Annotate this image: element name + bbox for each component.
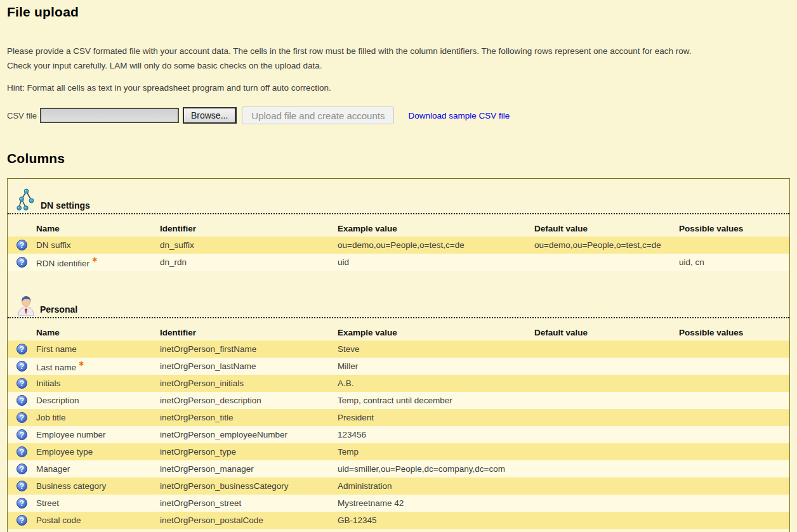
column-default	[534, 495, 679, 512]
column-example: Administration	[338, 477, 534, 495]
section-header: DN settings	[8, 179, 789, 214]
help-icon[interactable]: ?	[16, 361, 27, 372]
columns-table: Name Identifier Example value Default va…	[8, 214, 789, 271]
column-example: Steve	[338, 341, 534, 358]
column-name: RDN identifier	[36, 258, 89, 268]
header-name: Name	[36, 318, 160, 341]
column-name: Job title	[36, 413, 66, 422]
column-example: 123456	[338, 426, 534, 443]
column-example: President	[338, 409, 534, 426]
column-possible	[679, 375, 789, 392]
header-default-value: Default value	[534, 214, 679, 237]
column-name: Manager	[36, 464, 70, 474]
table-row: ? Last name✱ inetOrgPerson_lastName Mill…	[8, 358, 789, 375]
column-name: Street	[36, 498, 59, 508]
columns-table: Name Identifier Example value Default va…	[8, 318, 789, 529]
help-icon[interactable]: ?	[16, 481, 27, 491]
column-default	[534, 477, 679, 495]
section-icon-holder	[16, 188, 36, 212]
column-identifier: inetOrgPerson_lastName	[160, 358, 338, 375]
column-default	[534, 375, 679, 392]
section-header: Personal	[8, 271, 789, 318]
help-icon[interactable]: ?	[16, 498, 27, 509]
csv-upload-row: CSV file Browse... Upload file and creat…	[7, 106, 790, 125]
column-identifier: inetOrgPerson_street	[160, 495, 338, 512]
column-example: Miller	[338, 358, 534, 375]
table-header-row: Name Identifier Example value Default va…	[8, 214, 789, 237]
column-identifier: inetOrgPerson_postalCode	[160, 512, 338, 529]
columns-box: DN settings Name Identifier Example valu…	[7, 178, 790, 532]
column-example: A.B.	[338, 375, 534, 392]
column-name: Employee type	[36, 447, 93, 457]
column-name: Last name	[36, 362, 76, 372]
intro-line-2: Check your input carefully. LAM will onl…	[7, 58, 790, 73]
required-marker: ✱	[92, 256, 97, 263]
column-name: Business category	[36, 481, 106, 491]
column-possible	[679, 341, 789, 358]
help-icon[interactable]: ?	[16, 344, 27, 354]
help-icon[interactable]: ?	[16, 429, 27, 440]
table-row: ? Street inetOrgPerson_street Mystreetna…	[8, 495, 789, 512]
column-identifier: dn_suffix	[160, 237, 338, 254]
column-default	[534, 341, 679, 358]
column-default	[534, 443, 679, 460]
section-title: Personal	[40, 304, 77, 316]
header-spacer	[8, 214, 36, 237]
column-possible	[679, 477, 789, 495]
table-row: ? Description inetOrgPerson_description …	[8, 392, 789, 409]
table-row: ? Employee type inetOrgPerson_type Temp	[8, 443, 789, 460]
help-icon[interactable]: ?	[16, 515, 27, 526]
intro-text: Please provide a CSV formated file with …	[7, 44, 790, 73]
column-default	[534, 358, 679, 375]
table-row: ? First name inetOrgPerson_firstName Ste…	[8, 341, 789, 358]
help-icon[interactable]: ?	[16, 240, 27, 250]
table-header-row: Name Identifier Example value Default va…	[8, 318, 789, 341]
browse-button[interactable]: Browse...	[183, 107, 237, 124]
column-possible	[679, 426, 789, 443]
header-spacer	[8, 318, 36, 341]
column-possible	[679, 237, 789, 254]
column-identifier: inetOrgPerson_title	[160, 409, 338, 426]
table-row: ? Business category inetOrgPerson_busine…	[8, 477, 789, 495]
download-sample-link[interactable]: Download sample CSV file	[408, 111, 510, 120]
help-icon[interactable]: ?	[16, 464, 27, 474]
help-icon[interactable]: ?	[16, 378, 27, 389]
help-icon[interactable]: ?	[16, 257, 27, 268]
column-example: GB-12345	[338, 512, 534, 529]
header-example-value: Example value	[338, 318, 534, 341]
header-example-value: Example value	[338, 214, 534, 237]
column-default	[534, 392, 679, 409]
upload-button[interactable]: Upload file and create accounts	[242, 107, 394, 124]
column-identifier: inetOrgPerson_type	[160, 443, 338, 460]
header-possible-values: Possible values	[679, 318, 789, 341]
header-identifier: Identifier	[160, 318, 338, 341]
column-identifier: dn_rdn	[160, 254, 338, 271]
file-upload-page: File upload Please provide a CSV formate…	[0, 0, 797, 532]
column-default	[534, 426, 679, 443]
column-identifier: inetOrgPerson_businessCategory	[160, 477, 338, 495]
column-possible	[679, 358, 789, 375]
column-possible	[679, 443, 789, 460]
person-icon	[16, 294, 36, 316]
csv-file-label: CSV file	[7, 111, 37, 120]
intro-line-1: Please provide a CSV formated file with …	[7, 44, 790, 58]
column-identifier: inetOrgPerson_manager	[160, 460, 338, 477]
tree-icon	[16, 188, 36, 212]
help-icon[interactable]: ?	[16, 412, 27, 423]
column-name: First name	[36, 344, 77, 354]
column-name: Employee number	[36, 430, 106, 439]
column-possible: uid, cn	[679, 254, 789, 271]
column-possible	[679, 409, 789, 426]
column-name: DN suffix	[36, 240, 71, 250]
help-icon[interactable]: ?	[16, 446, 27, 457]
header-identifier: Identifier	[160, 214, 338, 237]
table-row: ? Job title inetOrgPerson_title Presiden…	[8, 409, 789, 426]
help-icon[interactable]: ?	[16, 395, 27, 406]
column-name: Description	[36, 396, 79, 405]
table-row: ? Initials inetOrgPerson_initials A.B.	[8, 375, 789, 392]
column-section: DN settings Name Identifier Example valu…	[8, 179, 789, 271]
column-possible	[679, 392, 789, 409]
column-possible	[679, 512, 789, 529]
hint-text: Hint: Format all cells as text in your s…	[7, 81, 790, 95]
csv-file-input[interactable]	[40, 108, 179, 123]
